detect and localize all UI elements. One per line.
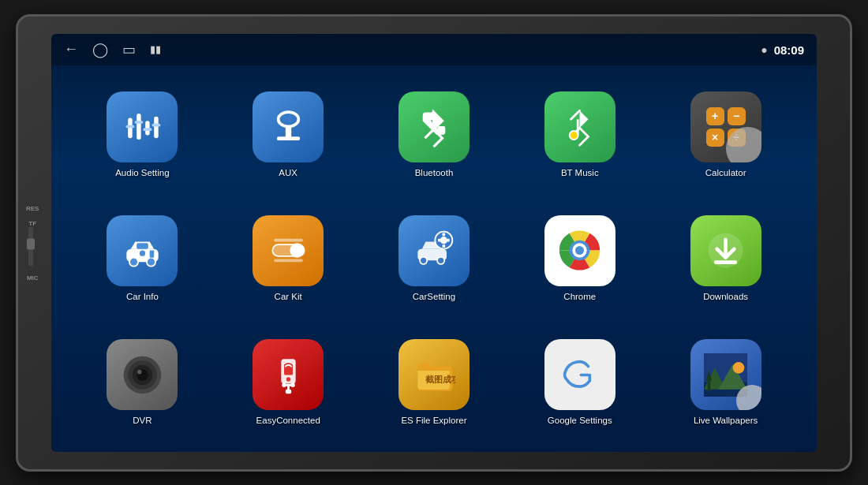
home-icon[interactable]: ◯	[92, 41, 108, 58]
svg-rect-1	[137, 114, 141, 140]
app-label-btmusic: BT Music	[561, 168, 599, 177]
svg-rect-31	[443, 233, 446, 237]
app-audio-setting[interactable]: Audio Setting	[75, 78, 210, 191]
calc-plus: +	[706, 107, 724, 125]
status-bar: ← ◯ ▭ ▮▮ ● 08:09	[51, 34, 817, 65]
svg-point-49	[282, 382, 286, 387]
app-label-esfile: ES File Explorer	[401, 416, 466, 425]
svg-point-17	[147, 258, 155, 267]
clock: 08:09	[774, 43, 804, 56]
app-calculator[interactable]: + − × ÷ Calculator	[658, 78, 793, 191]
app-icon-btmusic	[544, 91, 615, 162]
back-icon[interactable]: ←	[64, 41, 78, 58]
menu-icon[interactable]: ▮▮	[150, 43, 161, 55]
svg-rect-5	[134, 121, 143, 124]
svg-rect-20	[150, 251, 155, 258]
app-label-aux: AUX	[279, 168, 297, 177]
app-icon-aux	[253, 91, 324, 162]
svg-rect-33	[438, 239, 441, 242]
app-icon-googlesettings	[544, 339, 615, 410]
svg-rect-7	[152, 124, 160, 127]
device-frame: RES TF MIC ← ◯ ▭ ▮▮ ● 08:09	[16, 14, 852, 472]
app-live-wallpapers[interactable]: Live Wallpapers	[658, 326, 793, 438]
svg-rect-51	[286, 390, 291, 394]
app-icon-audio	[107, 91, 178, 162]
svg-rect-6	[143, 128, 152, 131]
svg-rect-47	[284, 362, 293, 375]
app-aux[interactable]: AUX	[221, 78, 356, 191]
app-bluetooth[interactable]: Bluetooth	[367, 78, 502, 191]
app-es-file[interactable]: 截图成功 ES File Explorer	[367, 326, 502, 438]
svg-point-45	[137, 370, 142, 375]
nav-icons: ← ◯ ▭ ▮▮	[64, 41, 161, 58]
svg-rect-3	[154, 117, 159, 139]
svg-rect-4	[125, 125, 134, 129]
app-label-calculator: Calculator	[705, 168, 746, 177]
app-label-downloads: Downloads	[703, 292, 748, 301]
app-label-carinfo: Car Info	[126, 292, 159, 301]
app-label-dvr: DVR	[133, 416, 152, 425]
app-label-carkit: Car Kit	[275, 292, 302, 301]
app-icon-carsetting	[398, 215, 470, 286]
svg-point-27	[421, 257, 428, 264]
app-icon-calculator: + − × ÷	[690, 91, 761, 162]
svg-rect-24	[274, 259, 303, 263]
svg-point-30	[440, 237, 447, 244]
app-google-settings[interactable]: Google Settings	[512, 326, 647, 438]
status-right: ● 08:09	[761, 43, 804, 56]
calc-minus: −	[728, 107, 746, 125]
app-car-setting[interactable]: CarSetting	[367, 202, 502, 315]
apps-grid: Audio Setting AUX	[51, 65, 817, 452]
svg-point-59	[733, 362, 745, 374]
svg-rect-0	[128, 118, 133, 139]
app-icon-easyconnected	[253, 339, 324, 410]
svg-text:截图成功: 截图成功	[425, 374, 456, 383]
app-icon-chrome	[544, 215, 615, 286]
app-icon-carkit	[253, 215, 324, 286]
svg-point-19	[140, 251, 145, 256]
svg-rect-32	[443, 245, 446, 248]
app-car-kit[interactable]: Car Kit	[221, 202, 356, 315]
side-controls: RES TF MIC	[26, 204, 39, 281]
svg-point-28	[438, 257, 445, 264]
res-label: RES	[26, 204, 39, 211]
main-screen: ← ◯ ▭ ▮▮ ● 08:09	[51, 34, 817, 452]
svg-rect-11	[277, 136, 300, 140]
svg-point-48	[286, 377, 290, 382]
svg-point-23	[290, 244, 304, 258]
mic-label: MIC	[27, 274, 39, 281]
location-icon: ●	[761, 43, 767, 56]
app-icon-esfile: 截图成功	[398, 339, 470, 410]
svg-rect-40	[714, 261, 737, 265]
app-label-easyconnected: EasyConnected	[256, 416, 320, 425]
app-label-chrome: Chrome	[563, 292, 596, 301]
app-downloads[interactable]: Downloads	[658, 202, 793, 315]
recent-icon[interactable]: ▭	[122, 41, 136, 58]
app-dvr[interactable]: DVR	[75, 326, 210, 438]
svg-rect-34	[447, 239, 450, 242]
app-label-bluetooth: Bluetooth	[415, 168, 454, 177]
svg-rect-60	[708, 381, 711, 391]
app-icon-livewallpapers	[690, 339, 761, 410]
tf-slider[interactable]	[28, 226, 33, 266]
svg-rect-14	[577, 119, 579, 135]
app-label-carsetting: CarSetting	[413, 292, 455, 301]
app-icon-bluetooth	[398, 91, 470, 162]
svg-point-50	[290, 382, 295, 387]
svg-rect-18	[137, 244, 148, 249]
tf-label: TF	[28, 219, 36, 266]
app-label-audio: Audio Setting	[115, 168, 169, 177]
app-icon-dvr	[107, 339, 178, 410]
app-car-info[interactable]: Car Info	[75, 202, 210, 315]
svg-point-16	[129, 258, 138, 267]
app-chrome[interactable]: Chrome	[512, 202, 647, 315]
app-bt-music[interactable]: BT Music	[512, 78, 647, 191]
app-easy-connected[interactable]: EasyConnected	[221, 326, 356, 438]
app-label-livewallpapers: Live Wallpapers	[694, 416, 758, 425]
app-icon-downloads	[690, 215, 761, 286]
svg-point-10	[283, 116, 294, 123]
svg-rect-25	[274, 239, 303, 242]
svg-rect-54	[580, 373, 590, 376]
app-icon-carinfo	[107, 215, 178, 286]
calc-mult: ×	[706, 129, 724, 147]
